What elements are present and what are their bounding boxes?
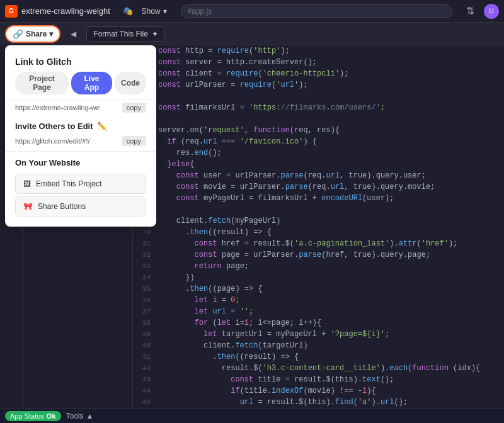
line-content: .then((page) => { — [156, 283, 263, 295]
table-row: 42 result.$('h3.c-content-card__title').… — [133, 363, 504, 374]
line-number: 40 — [133, 340, 156, 351]
invite-url-row: https://glitch.com/edit/#!/ copy — [5, 133, 156, 152]
nav-left-button[interactable]: ◀ — [64, 27, 83, 41]
line-number: 39 — [133, 329, 156, 340]
remix-icon[interactable]: ⇅ — [461, 3, 479, 20]
show-label: Show — [142, 7, 161, 16]
top-right-actions: ⇅ U — [461, 3, 499, 20]
table-row: 20 — [133, 113, 504, 125]
table-row: 19const filmarksUrl = 'https://filmarks.… — [133, 102, 504, 113]
table-row: 33 return page; — [133, 261, 504, 272]
format-label: Format This File — [93, 30, 147, 38]
line-number: 34 — [133, 272, 156, 283]
line-number: 35 — [133, 283, 156, 295]
invite-label: Invite Others to Edit — [15, 121, 93, 131]
table-row: 26 const movie = urlParser.parse(req.url… — [133, 181, 504, 193]
copy-invite-button[interactable]: copy — [122, 136, 146, 146]
tools-label: Tools — [66, 412, 84, 420]
line-content: const client = require('cheerio-httpcli'… — [156, 68, 348, 79]
line-number: 43 — [133, 374, 156, 385]
line-content: url = result.$(this).find('a').url(); — [156, 397, 408, 408]
table-row: 44 if(title.indexOf(movie) !== -1){ — [133, 385, 504, 397]
code-editor[interactable]: 14const http = require('http');15const s… — [133, 45, 504, 423]
line-content: let url = ''; — [156, 306, 253, 317]
line-content: return page; — [156, 261, 249, 272]
url-display: https://extreme-crawling-we — [15, 104, 118, 111]
tab-project-page[interactable]: Project Page — [15, 72, 69, 94]
table-row: 18 — [133, 91, 504, 102]
dropdown-tabs: Project Page Live App Code — [5, 69, 156, 100]
line-number: 31 — [133, 238, 156, 249]
line-content: }else{ — [156, 159, 195, 170]
table-row: 22 if (req.url === '/favicon.ico') { — [133, 136, 504, 147]
tools-button[interactable]: Tools ▲ — [66, 412, 94, 420]
invite-title: Invite Others to Edit ✏️ — [5, 115, 156, 133]
table-row: 41 .then((result) => { — [133, 351, 504, 363]
line-number: 30 — [133, 227, 156, 238]
share-dropdown: Link to Glitch Project Page Live App Cod… — [5, 45, 156, 227]
line-content: const title = result.$(this).text(); — [156, 374, 394, 385]
table-row: 34 }) — [133, 272, 504, 283]
embed-project-button[interactable]: 🖼 Embed This Project — [15, 174, 146, 194]
line-number: 41 — [133, 351, 156, 363]
avatar[interactable]: U — [484, 4, 499, 19]
share-buttons-icon: 🎀 — [23, 202, 33, 211]
search-input[interactable] — [181, 4, 452, 18]
line-content: const myPageUrl = filmarksUrl + encodeUR… — [156, 193, 394, 204]
top-bar: G extreme-crawling-weight · 🎭 Show ▾ ⇅ U — [0, 0, 504, 23]
share-buttons-button[interactable]: 🎀 Share Buttons — [15, 196, 146, 217]
format-file-tab[interactable]: Format This File ✦ — [86, 26, 164, 42]
chevron-down-icon: ▾ — [49, 30, 53, 38]
table-row: 24 }else{ — [133, 159, 504, 170]
line-content: client.fetch(targetUrl) — [156, 340, 308, 351]
line-content: const http = require('http'); — [156, 45, 290, 57]
show-button[interactable]: Show ▾ — [137, 5, 172, 18]
separator: · — [115, 6, 118, 16]
copy-url-button[interactable]: copy — [122, 103, 146, 113]
line-content: const server = http.createServer(); — [156, 57, 317, 68]
line-content: const href = result.$('a.c-pagination_la… — [156, 238, 457, 249]
bottom-bar: App Status Ok Tools ▲ — [0, 408, 504, 423]
show-icon: 🎭 — [123, 6, 133, 16]
table-row: 38 for (let i=1; i<=page; i++){ — [133, 317, 504, 329]
table-row: 15const server = http.createServer(); — [133, 57, 504, 68]
share-buttons-label: Share Buttons — [38, 202, 86, 211]
line-content: server.on('request', function(req, res){ — [156, 125, 340, 136]
share-label: Share — [26, 30, 47, 38]
tools-chevron-icon: ▲ — [86, 412, 94, 420]
tab-code[interactable]: Code — [115, 72, 146, 94]
line-number: 37 — [133, 306, 156, 317]
share-icon: 🔗 — [13, 29, 23, 39]
line-number: 33 — [133, 261, 156, 272]
status-ok-badge: Ok — [47, 412, 56, 420]
line-content: }) — [156, 272, 195, 283]
table-row: 43 const title = result.$(this).text(); — [133, 374, 504, 385]
line-content: .then((result) => { — [156, 351, 299, 363]
line-number: 44 — [133, 385, 156, 397]
invite-url-display: https://glitch.com/edit/#!/ — [15, 137, 118, 145]
line-content: const filmarksUrl = 'https://filmarks.co… — [156, 102, 385, 113]
line-number: 45 — [133, 397, 156, 408]
glitch-logo: G — [5, 5, 18, 18]
table-row: 21server.on('request', function(req, res… — [133, 125, 504, 136]
app-status: App Status Ok — [5, 411, 61, 421]
table-row: 25 const user = urlParser.parse(req.url,… — [133, 170, 504, 181]
tab-live-app[interactable]: Live App — [71, 72, 112, 94]
line-content: res.end(); — [156, 147, 222, 159]
embed-icon: 🖼 — [23, 179, 31, 188]
url-row: https://extreme-crawling-we copy — [5, 100, 156, 115]
website-title: On Your Website — [5, 152, 156, 171]
line-content: result.$('h3.c-content-card__title').eac… — [156, 363, 480, 374]
table-row: 31 const href = result.$('a.c-pagination… — [133, 238, 504, 249]
table-row: 14const http = require('http'); — [133, 45, 504, 57]
line-content: if (req.url === '/favicon.ico') { — [156, 136, 317, 147]
line-content: const user = urlParser.parse(req.url, tr… — [156, 170, 426, 181]
line-content: .then((result) => { — [156, 227, 272, 238]
table-row: 23 res.end(); — [133, 147, 504, 159]
table-row: 30 .then((result) => { — [133, 227, 504, 238]
status-label: App Status — [10, 412, 44, 420]
main-layout: ≡ ⊕ ◉ ⬟ ⚙ a α· σ· app.js package... Link… — [0, 45, 504, 423]
share-button[interactable]: 🔗 Share ▾ — [5, 25, 60, 43]
table-row: 32 const page = urlParser.parse(href, tr… — [133, 249, 504, 261]
table-row: 40 client.fetch(targetUrl) — [133, 340, 504, 351]
